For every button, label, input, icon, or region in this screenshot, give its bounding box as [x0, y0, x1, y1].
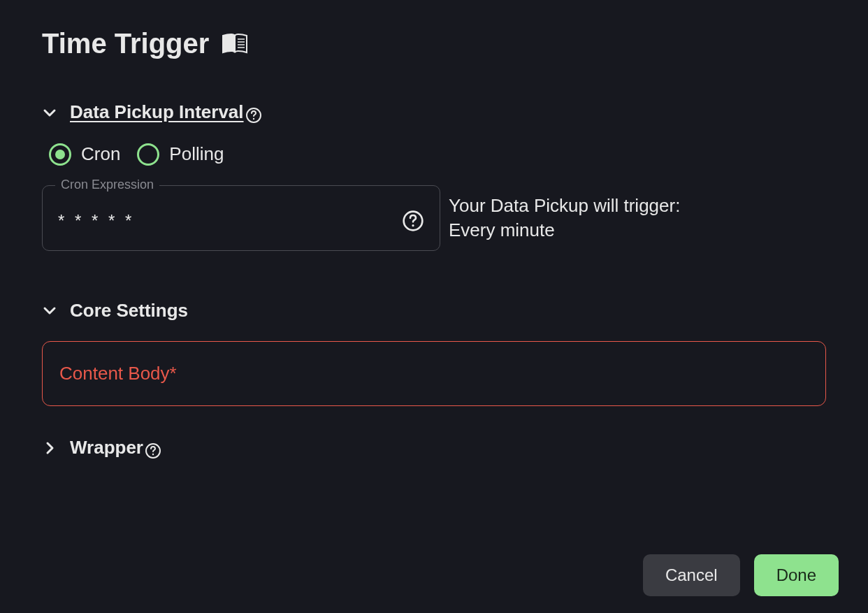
svg-point-5 — [252, 118, 254, 120]
chevron-right-icon — [42, 440, 57, 456]
radio-label-polling: Polling — [169, 143, 224, 165]
cron-expression-value: * * * * * — [58, 211, 134, 231]
radio-cron[interactable]: Cron — [49, 143, 120, 166]
cron-field-legend: Cron Expression — [55, 178, 159, 192]
chevron-down-icon — [42, 105, 57, 120]
radio-polling[interactable]: Polling — [137, 143, 224, 166]
trigger-info-line1: Your Data Pickup will trigger: — [449, 194, 680, 218]
trigger-info-line2: Every minute — [449, 218, 680, 243]
content-body-field[interactable]: Content Body* — [42, 341, 826, 406]
svg-point-7 — [412, 224, 414, 226]
cron-row: Cron Expression * * * * * Your Data Pick… — [42, 185, 826, 251]
chevron-down-icon — [42, 303, 57, 318]
section-header-data-pickup[interactable]: Data Pickup Interval — [42, 101, 826, 124]
radio-label-cron: Cron — [81, 143, 120, 165]
section-label-core: Core Settings — [70, 300, 188, 322]
section-header-wrapper[interactable]: Wrapper — [42, 437, 826, 459]
radio-group-interval-type: Cron Polling — [49, 143, 826, 166]
cron-expression-field[interactable]: Cron Expression * * * * * — [42, 185, 440, 251]
page-title-row: Time Trigger — [42, 28, 826, 59]
radio-indicator — [49, 143, 71, 166]
section-label-data-pickup: Data Pickup Interval — [70, 101, 244, 122]
section-header-core[interactable]: Core Settings — [42, 300, 826, 322]
help-icon[interactable] — [245, 107, 262, 124]
book-icon[interactable] — [222, 34, 248, 55]
button-row: Cancel Done — [643, 554, 839, 596]
section-label-wrapper: Wrapper — [70, 437, 143, 458]
radio-indicator — [137, 143, 159, 166]
page-title: Time Trigger — [42, 28, 209, 59]
content-body-label: Content Body* — [59, 363, 177, 384]
trigger-info: Your Data Pickup will trigger: Every min… — [449, 194, 680, 243]
svg-point-9 — [152, 453, 154, 454]
help-icon[interactable] — [145, 442, 161, 459]
help-icon[interactable] — [402, 210, 424, 232]
done-button[interactable]: Done — [754, 554, 839, 596]
cancel-button[interactable]: Cancel — [643, 554, 740, 596]
